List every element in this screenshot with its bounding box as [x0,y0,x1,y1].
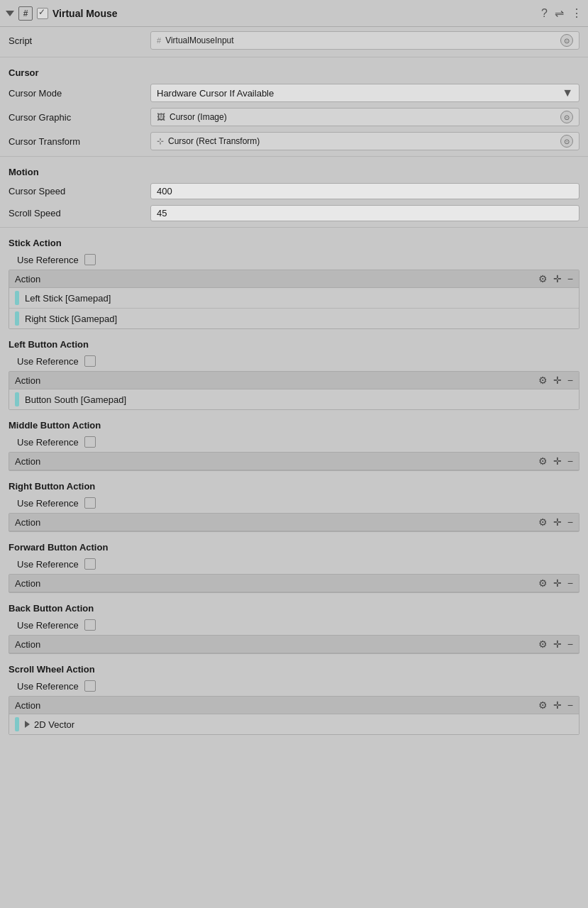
back-button-action-heading: Back Button Action [0,596,588,616]
left-button-item-1-label: Button South [Gamepad] [25,394,126,405]
stick-item-2-bar [15,311,19,326]
forward-button-use-reference-label: Use Reference [17,559,79,570]
stick-action-icons: ⚙ ✛ − [538,273,573,284]
middle-button-action-heading: Middle Button Action [0,413,588,433]
forward-button-gear-icon[interactable]: ⚙ [538,577,548,589]
script-row: Script # VirtualMouseInput ⊙ [0,27,588,54]
back-button-action-box-header: Action ⚙ ✛ − [9,636,579,653]
image-icon: 🖼 [157,112,165,122]
stick-item-2-label: Right Stick [Gamepad] [25,314,117,324]
enable-checkbox[interactable] [37,8,48,19]
back-button-action-icons: ⚙ ✛ − [538,638,573,650]
right-button-action-heading: Right Button Action [0,474,588,494]
right-button-minus-icon[interactable]: − [567,516,573,528]
stick-plus-icon[interactable]: ✛ [553,273,562,284]
divider-3 [0,227,588,228]
scroll-wheel-item-1-bar [15,717,19,731]
right-button-use-reference-checkbox[interactable] [84,497,96,509]
middle-button-gear-icon[interactable]: ⚙ [538,455,548,467]
cursor-mode-row: Cursor Mode Hardware Cursor If Available… [0,81,588,105]
forward-button-action-icons: ⚙ ✛ − [538,577,573,589]
cursor-graphic-text: Cursor (Image) [170,112,227,122]
scroll-wheel-action-heading: Scroll Wheel Action [0,657,588,677]
right-button-action-label: Action [15,517,538,528]
left-button-action-icons: ⚙ ✛ − [538,375,573,386]
more-icon[interactable]: ⋮ [571,6,582,20]
left-button-action-label: Action [15,375,538,386]
scroll-wheel-item-1-label: 2D Vector [34,719,74,730]
back-button-use-reference-label: Use Reference [17,620,79,631]
cursor-mode-dropdown[interactable]: Hardware Cursor If Available ▼ [150,84,579,102]
left-button-use-reference-checkbox[interactable] [84,355,96,367]
stick-item-2[interactable]: Right Stick [Gamepad] [9,309,579,328]
stick-action-heading: Stick Action [0,231,588,251]
scroll-wheel-action-box: Action ⚙ ✛ − 2D Vector [9,696,579,735]
cursor-graphic-field[interactable]: 🖼 Cursor (Image) ⊙ [150,108,579,126]
left-button-action-box-header: Action ⚙ ✛ − [9,372,579,389]
divider-2 [0,156,588,157]
left-button-action-box: Action ⚙ ✛ − Button South [Gamepad] [9,371,579,410]
cursor-mode-label: Cursor Mode [9,88,150,99]
stick-minus-icon[interactable]: − [567,273,573,284]
back-button-action-label: Action [15,639,538,650]
script-field[interactable]: # VirtualMouseInput ⊙ [150,31,579,50]
cursor-transform-field[interactable]: ⊹ Cursor (Rect Transform) ⊙ [150,132,579,150]
stick-item-1[interactable]: Left Stick [Gamepad] [9,288,579,309]
script-name: VirtualMouseInput [165,35,234,45]
left-button-minus-icon[interactable]: − [567,375,573,386]
back-button-minus-icon[interactable]: − [567,638,573,650]
right-button-gear-icon[interactable]: ⚙ [538,516,548,528]
cursor-speed-label: Cursor Speed [9,186,150,196]
collapse-triangle[interactable] [6,11,14,16]
script-select-button[interactable]: ⊙ [560,34,573,47]
cursor-transform-select-button[interactable]: ⊙ [560,135,573,148]
stick-use-reference-checkbox[interactable] [84,254,96,265]
forward-button-plus-icon[interactable]: ✛ [553,577,562,589]
header-icons: ? ⇌ ⋮ [541,6,582,20]
scroll-speed-input[interactable] [150,205,579,221]
stick-item-1-bar [15,291,19,305]
help-icon[interactable]: ? [541,7,548,20]
back-button-action-box: Action ⚙ ✛ − [9,635,579,654]
back-button-plus-icon[interactable]: ✛ [553,638,562,650]
scroll-speed-value [150,205,579,221]
cursor-speed-input[interactable] [150,183,579,199]
inspector-panel: # Virtual Mouse ? ⇌ ⋮ Script # VirtualMo… [0,0,588,735]
scroll-wheel-item-1-triangle[interactable] [25,721,30,728]
middle-button-action-box: Action ⚙ ✛ − [9,452,579,471]
scroll-wheel-use-reference-row: Use Reference [0,677,588,694]
cursor-speed-row: Cursor Speed [0,180,588,202]
back-button-gear-icon[interactable]: ⚙ [538,638,548,650]
scroll-wheel-use-reference-checkbox[interactable] [84,680,96,692]
middle-button-plus-icon[interactable]: ✛ [553,455,562,467]
cursor-transform-value: ⊹ Cursor (Rect Transform) ⊙ [150,132,579,150]
scroll-wheel-gear-icon[interactable]: ⚙ [538,699,548,711]
right-button-use-reference-row: Use Reference [0,494,588,511]
sliders-icon[interactable]: ⇌ [555,6,564,20]
left-button-item-1[interactable]: Button South [Gamepad] [9,389,579,409]
stick-use-reference-row: Use Reference [0,251,588,268]
stick-gear-icon[interactable]: ⚙ [538,273,548,284]
left-button-action-heading: Left Button Action [0,332,588,353]
middle-button-minus-icon[interactable]: − [567,455,573,467]
scroll-wheel-minus-icon[interactable]: − [567,699,573,711]
right-button-use-reference-label: Use Reference [17,498,79,509]
right-button-plus-icon[interactable]: ✛ [553,516,562,528]
left-button-gear-icon[interactable]: ⚙ [538,375,548,386]
middle-button-action-label: Action [15,456,538,467]
right-button-action-box-header: Action ⚙ ✛ − [9,514,579,531]
cursor-graphic-select-button[interactable]: ⊙ [560,111,573,123]
forward-button-minus-icon[interactable]: − [567,577,573,589]
back-button-use-reference-checkbox[interactable] [84,619,96,631]
left-button-item-1-bar [15,392,19,406]
cursor-graphic-label: Cursor Graphic [9,112,150,123]
back-button-use-reference-row: Use Reference [0,616,588,633]
middle-button-use-reference-checkbox[interactable] [84,436,96,448]
cursor-section-heading: Cursor [0,60,588,81]
scroll-wheel-item-1[interactable]: 2D Vector [9,714,579,734]
left-button-plus-icon[interactable]: ✛ [553,375,562,386]
scroll-wheel-plus-icon[interactable]: ✛ [553,699,562,711]
stick-use-reference-label: Use Reference [17,255,79,265]
dropdown-arrow-icon: ▼ [562,87,573,99]
forward-button-use-reference-checkbox[interactable] [84,558,96,570]
